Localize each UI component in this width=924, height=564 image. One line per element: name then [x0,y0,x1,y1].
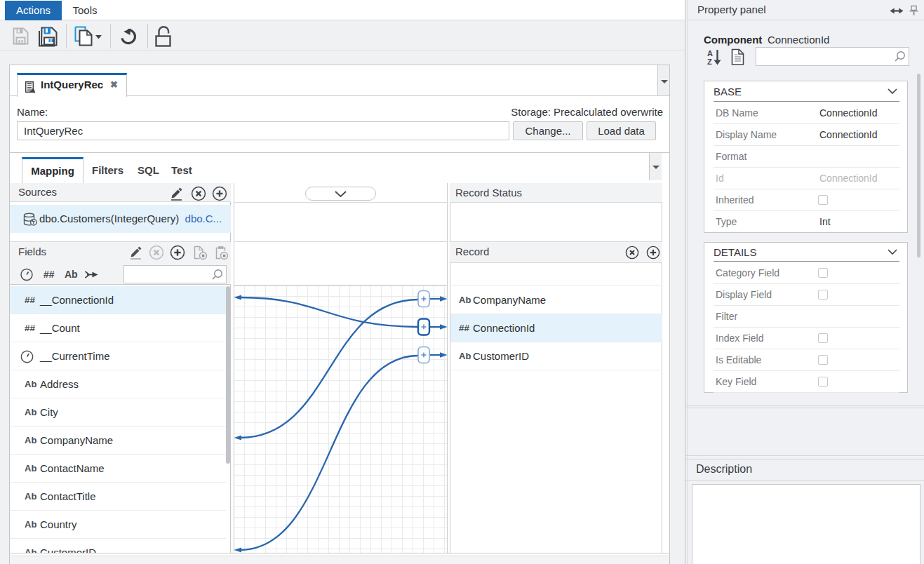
svg-text:Z: Z [707,58,712,66]
svg-text:A: A [707,49,713,58]
svg-text:Ab: Ab [65,269,78,280]
svg-text:##: ## [43,269,55,280]
